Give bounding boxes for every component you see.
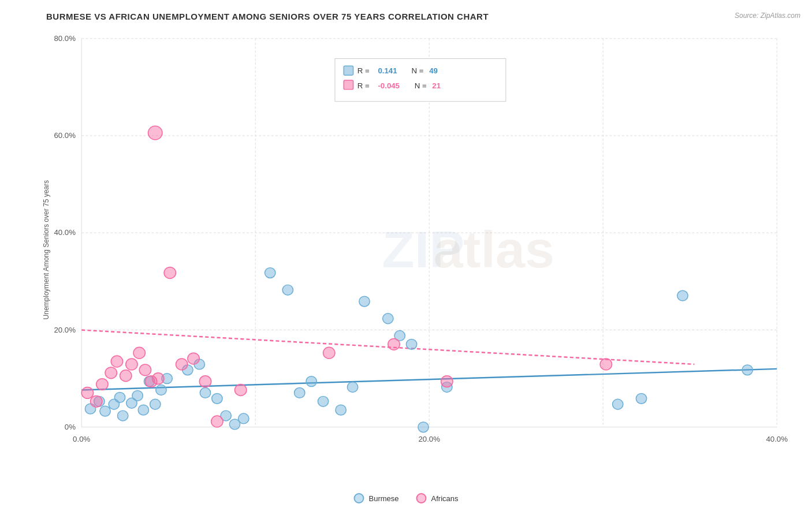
svg-point-88 xyxy=(323,347,335,359)
svg-point-41 xyxy=(138,405,148,415)
scatter-chart: 0% 20.0% 40.0% 60.0% 80.0% 0.0% 20.0% 40… xyxy=(46,27,800,473)
svg-point-68 xyxy=(636,393,646,404)
svg-point-76 xyxy=(120,370,132,382)
svg-point-70 xyxy=(148,126,162,140)
svg-text:N =: N = xyxy=(415,81,427,90)
chart-legend: Burmese Africans xyxy=(354,493,459,503)
svg-point-55 xyxy=(295,388,305,398)
svg-point-63 xyxy=(406,339,416,349)
svg-text:R =: R = xyxy=(357,81,370,90)
svg-text:0.0%: 0.0% xyxy=(73,435,91,443)
svg-text:60.0%: 60.0% xyxy=(54,131,76,140)
svg-point-60 xyxy=(359,296,370,307)
svg-point-84 xyxy=(188,353,199,364)
svg-point-40 xyxy=(132,390,143,401)
svg-point-86 xyxy=(211,416,223,427)
svg-point-79 xyxy=(139,364,151,376)
svg-point-53 xyxy=(265,268,275,278)
svg-point-67 xyxy=(613,399,623,409)
svg-text:N =: N = xyxy=(412,66,424,75)
svg-point-58 xyxy=(336,405,346,415)
svg-point-71 xyxy=(81,387,93,399)
svg-text:atlas: atlas xyxy=(434,221,554,278)
svg-point-91 xyxy=(600,359,612,370)
svg-point-48 xyxy=(200,388,210,398)
chart-area: Unemployment Among Seniors over 75 years… xyxy=(46,27,800,473)
svg-text:0%: 0% xyxy=(65,423,76,431)
svg-point-64 xyxy=(418,422,429,432)
svg-line-21 xyxy=(81,330,694,364)
svg-text:40.0%: 40.0% xyxy=(766,435,788,443)
svg-point-77 xyxy=(126,359,137,370)
svg-point-83 xyxy=(176,359,187,370)
svg-text:20.0%: 20.0% xyxy=(54,326,76,334)
svg-text:21: 21 xyxy=(432,81,441,90)
svg-point-61 xyxy=(383,314,393,324)
svg-point-35 xyxy=(100,406,110,416)
legend-dot-burmese xyxy=(354,493,364,503)
svg-point-73 xyxy=(96,379,108,390)
svg-rect-28 xyxy=(344,80,353,89)
svg-point-38 xyxy=(117,410,128,421)
legend-dot-africans xyxy=(416,493,427,503)
svg-text:-0.045: -0.045 xyxy=(378,81,400,90)
legend-label-burmese: Burmese xyxy=(369,494,399,503)
chart-title: BURMESE VS AFRICAN UNEMPLOYMENT AMONG SE… xyxy=(46,12,800,21)
svg-text:R =: R = xyxy=(357,66,370,75)
chart-container: BURMESE VS AFRICAN UNEMPLOYMENT AMONG SE… xyxy=(0,0,812,515)
y-axis-label: Unemployment Among Seniors over 75 years xyxy=(42,180,50,319)
svg-point-82 xyxy=(164,267,176,279)
svg-point-89 xyxy=(388,338,400,350)
svg-point-75 xyxy=(111,356,122,367)
svg-point-81 xyxy=(152,373,164,385)
svg-point-69 xyxy=(742,365,753,375)
svg-text:80.0%: 80.0% xyxy=(54,34,76,43)
svg-point-66 xyxy=(677,290,688,301)
svg-point-37 xyxy=(114,392,125,402)
svg-point-74 xyxy=(105,367,117,379)
svg-text:40.0%: 40.0% xyxy=(54,228,76,237)
svg-point-56 xyxy=(306,376,316,387)
legend-item-burmese: Burmese xyxy=(354,493,399,503)
svg-text:20.0%: 20.0% xyxy=(418,435,440,443)
svg-point-87 xyxy=(235,385,247,396)
svg-point-57 xyxy=(318,396,328,406)
svg-point-43 xyxy=(150,399,161,409)
legend-label-africans: Africans xyxy=(431,494,459,503)
svg-point-72 xyxy=(91,395,102,407)
svg-point-59 xyxy=(347,382,357,393)
svg-point-78 xyxy=(133,347,145,359)
svg-point-44 xyxy=(156,385,166,395)
svg-rect-23 xyxy=(344,66,353,75)
legend-item-africans: Africans xyxy=(416,493,459,503)
svg-point-49 xyxy=(212,393,222,404)
svg-text:0.141: 0.141 xyxy=(378,66,397,75)
svg-point-52 xyxy=(239,413,249,424)
svg-point-85 xyxy=(199,376,211,387)
svg-text:49: 49 xyxy=(429,66,438,75)
source-label: Source: ZipAtlas.com xyxy=(735,12,800,20)
svg-rect-22 xyxy=(335,58,506,101)
svg-point-54 xyxy=(282,285,293,295)
svg-point-90 xyxy=(441,376,453,387)
